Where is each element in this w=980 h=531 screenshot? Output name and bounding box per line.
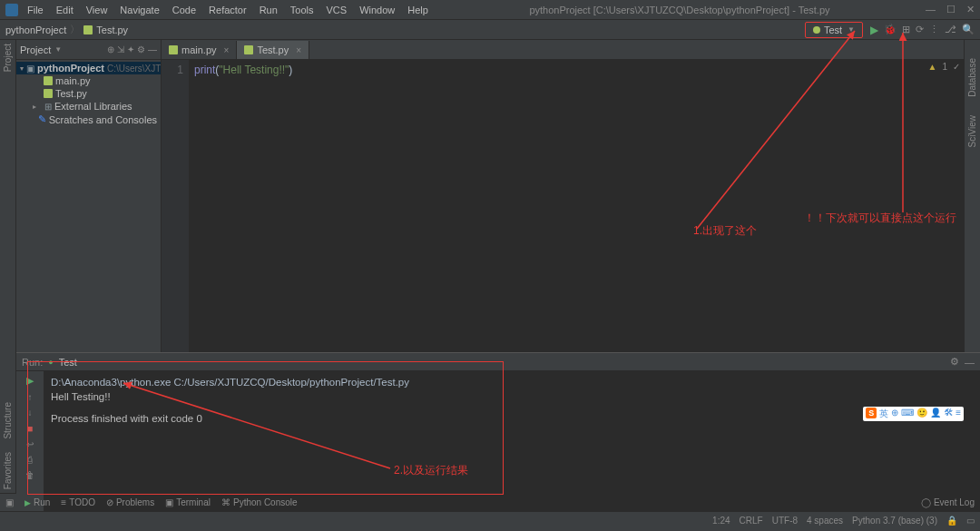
warning-icon[interactable]: ▲ bbox=[928, 62, 937, 72]
toolbar-icons: ▶ 🐞 ⊞ ⟳ ⋮ ⎇ 🔍 bbox=[870, 24, 975, 36]
tree-file-label: Test.py bbox=[55, 88, 87, 99]
line-gutter: 1 bbox=[162, 60, 189, 352]
tree-file-test[interactable]: Test.py bbox=[16, 87, 161, 100]
breadcrumb-file[interactable]: Test.py bbox=[96, 25, 128, 35]
tab-test-py[interactable]: Test.py × bbox=[237, 41, 309, 59]
hide-panel-icon[interactable]: — bbox=[965, 357, 975, 368]
print-icon[interactable]: ⎙ bbox=[27, 455, 33, 465]
expand-arrow-icon[interactable]: ▾ bbox=[20, 64, 24, 73]
warning-count: 1 bbox=[942, 62, 947, 72]
run-panel-tab[interactable]: Test bbox=[59, 357, 77, 368]
minimize-button[interactable]: — bbox=[926, 4, 936, 15]
tab-close-icon[interactable]: × bbox=[224, 45, 230, 55]
trash-icon[interactable]: 🗑 bbox=[25, 470, 34, 480]
stop-button[interactable]: ■ bbox=[27, 423, 34, 434]
menu-edit[interactable]: Edit bbox=[51, 3, 79, 17]
wrap-icon[interactable]: ↩ bbox=[26, 439, 34, 449]
select-opened-icon[interactable]: ✦ bbox=[127, 44, 134, 54]
python-file-icon bbox=[44, 76, 53, 85]
ime-icon[interactable]: 🙂 bbox=[916, 408, 927, 420]
python-file-icon bbox=[244, 45, 253, 54]
tree-root-name: pythonProject bbox=[37, 63, 104, 74]
memory-icon[interactable]: ▭ bbox=[966, 516, 975, 526]
menu-tools[interactable]: Tools bbox=[285, 3, 319, 17]
gear-icon[interactable]: ⚙ bbox=[137, 44, 145, 54]
tree-external-libs[interactable]: ▸ ⊞ External Libraries bbox=[16, 100, 161, 113]
menu-vcs[interactable]: VCS bbox=[321, 3, 353, 17]
structure-tool-button[interactable]: Structure bbox=[3, 402, 13, 439]
menu-run[interactable]: Run bbox=[254, 3, 283, 17]
settings-icon[interactable]: ⚙ bbox=[950, 356, 959, 368]
expand-arrow-icon[interactable]: ▸ bbox=[33, 103, 42, 111]
breadcrumb: pythonProject 〉 Test.py bbox=[5, 23, 128, 36]
ime-toolbar[interactable]: S 英 ⊕ ⌨ 🙂 👤 🛠 ≡ bbox=[863, 407, 964, 421]
scratches-icon: ✎ bbox=[38, 113, 46, 125]
debug-button[interactable]: 🐞 bbox=[884, 24, 897, 35]
maximize-button[interactable]: ☐ bbox=[946, 4, 956, 15]
folder-icon: ▣ bbox=[26, 64, 34, 74]
ime-icon[interactable]: ≡ bbox=[956, 408, 961, 420]
run-config-selector[interactable]: Test ▼ bbox=[805, 22, 863, 38]
tree-file-main[interactable]: main.py bbox=[16, 74, 161, 87]
library-icon: ⊞ bbox=[44, 102, 52, 112]
lock-icon[interactable]: 🔒 bbox=[946, 516, 957, 526]
coverage-button[interactable]: ⊞ bbox=[902, 24, 910, 35]
line-separator[interactable]: CRLF bbox=[740, 516, 763, 526]
ime-icon[interactable]: 🛠 bbox=[944, 408, 953, 420]
database-tool-button[interactable]: Database bbox=[967, 58, 977, 97]
caret-position[interactable]: 1:24 bbox=[712, 516, 730, 526]
editor-body[interactable]: 1 print("Hell Testing!!") bbox=[162, 60, 964, 352]
tree-external-label: External Libraries bbox=[54, 101, 132, 112]
project-view-dropdown[interactable]: ▼ bbox=[54, 45, 62, 54]
pycharm-icon bbox=[5, 4, 18, 16]
ime-icon[interactable]: ⊕ bbox=[891, 408, 898, 420]
sciview-tool-button[interactable]: SciView bbox=[967, 115, 977, 147]
up-icon[interactable]: ↑ bbox=[28, 392, 33, 402]
run-panel: Run: ● Test ⚙ — ▶ ↑ ↓ ■ ↩ ⎙ 🗑 D:\Anacond… bbox=[16, 352, 980, 511]
collapse-icon[interactable]: ⇲ bbox=[117, 44, 124, 54]
ime-icon[interactable]: ⌨ bbox=[901, 408, 914, 420]
interpreter-info[interactable]: Python 3.7 (base) (3) bbox=[852, 516, 937, 526]
play-icon: ▶ bbox=[24, 498, 31, 507]
run-config-name: Test bbox=[824, 25, 842, 35]
indent-info[interactable]: 4 spaces bbox=[807, 516, 843, 526]
rerun-button[interactable]: ▶ bbox=[26, 375, 34, 387]
tree-scratches[interactable]: ✎ Scratches and Consoles bbox=[16, 113, 161, 126]
expand-icon[interactable]: ⊕ bbox=[107, 44, 114, 54]
hide-icon[interactable]: — bbox=[148, 44, 157, 54]
menu-code[interactable]: Code bbox=[167, 3, 201, 17]
show-tool-windows-icon[interactable]: ▣ bbox=[5, 497, 14, 507]
tab-main-py[interactable]: main.py × bbox=[162, 41, 237, 59]
tree-file-label: main.py bbox=[55, 75, 91, 86]
project-tool-button[interactable]: Project bbox=[3, 44, 13, 72]
tree-root[interactable]: ▾ ▣ pythonProject C:\Users\XJTUZCQ\Deskt… bbox=[16, 62, 161, 74]
console-output[interactable]: D:\Anaconda3\python.exe C:/Users/XJTUZCQ… bbox=[44, 371, 980, 511]
search-icon[interactable]: 🔍 bbox=[962, 24, 975, 35]
tree-scratches-label: Scratches and Consoles bbox=[49, 114, 157, 125]
code-rparen: ) bbox=[289, 64, 292, 76]
menu-navigate[interactable]: Navigate bbox=[114, 3, 164, 17]
close-button[interactable]: ✕ bbox=[966, 4, 975, 15]
run-tab-icon: ● bbox=[48, 358, 53, 367]
menu-window[interactable]: Window bbox=[354, 3, 400, 17]
menu-help[interactable]: Help bbox=[402, 3, 434, 17]
run-button[interactable]: ▶ bbox=[870, 24, 878, 36]
profile-button[interactable]: ⟳ bbox=[916, 24, 924, 35]
more-icon[interactable]: ⋮ bbox=[929, 24, 939, 35]
breadcrumb-sep: 〉 bbox=[70, 23, 80, 36]
checkmark-icon: ✓ bbox=[953, 62, 960, 72]
menu-refactor[interactable]: Refactor bbox=[203, 3, 252, 17]
breadcrumb-project[interactable]: pythonProject bbox=[5, 25, 66, 35]
ime-lang[interactable]: 英 bbox=[879, 408, 888, 420]
down-icon[interactable]: ↓ bbox=[28, 408, 33, 418]
git-icon[interactable]: ⎇ bbox=[945, 24, 956, 35]
run-panel-body: ▶ ↑ ↓ ■ ↩ ⎙ 🗑 D:\Anaconda3\python.exe C:… bbox=[16, 371, 980, 511]
file-encoding[interactable]: UTF-8 bbox=[772, 516, 798, 526]
ime-icon[interactable]: 👤 bbox=[930, 408, 941, 420]
favorites-tool-button[interactable]: Favorites bbox=[3, 452, 13, 489]
menu-view[interactable]: View bbox=[81, 3, 113, 17]
menu-file[interactable]: File bbox=[22, 3, 49, 17]
code-content[interactable]: print("Hell Testing!!") bbox=[189, 60, 964, 352]
tab-close-icon[interactable]: × bbox=[296, 45, 301, 55]
window-controls: — ☐ ✕ bbox=[926, 4, 975, 15]
